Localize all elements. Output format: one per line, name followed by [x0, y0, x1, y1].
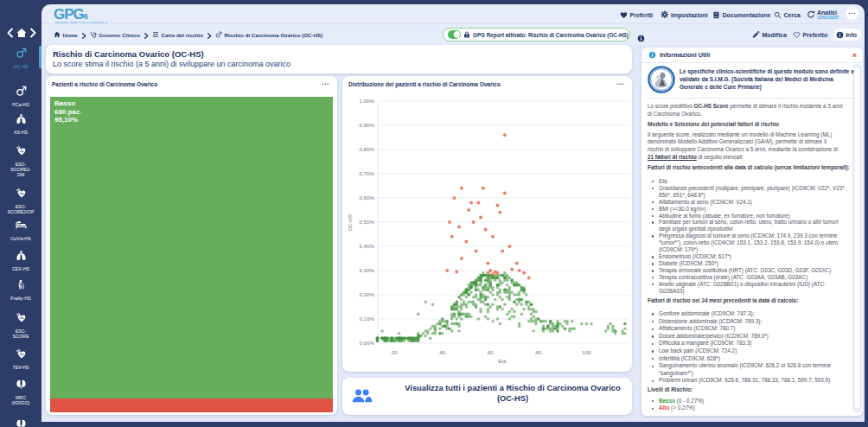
svg-text:0,90%: 0,90%	[359, 122, 374, 128]
svg-text:0,60%: 0,60%	[359, 194, 374, 201]
svg-text:60: 60	[488, 349, 494, 355]
svg-text:0,20%: 0,20%	[359, 291, 374, 297]
svg-text:0,30%: 0,30%	[359, 267, 374, 273]
svg-text:Età: Età	[498, 358, 507, 364]
svg-text:0,40%: 0,40%	[359, 243, 374, 249]
svg-text:0,50%: 0,50%	[359, 219, 374, 225]
svg-text:40: 40	[439, 349, 445, 355]
svg-text:OC-HS*: OC-HS*	[348, 213, 353, 231]
svg-text:0,10%: 0,10%	[359, 315, 374, 322]
svg-text:80: 80	[535, 349, 541, 355]
svg-text:0,80%: 0,80%	[359, 146, 374, 152]
svg-text:0,00%: 0,00%	[359, 340, 374, 346]
svg-text:100: 100	[582, 349, 591, 355]
svg-text:20: 20	[392, 349, 398, 355]
svg-text:1,00%: 1,00%	[359, 98, 374, 104]
svg-text:0,70%: 0,70%	[359, 170, 374, 176]
